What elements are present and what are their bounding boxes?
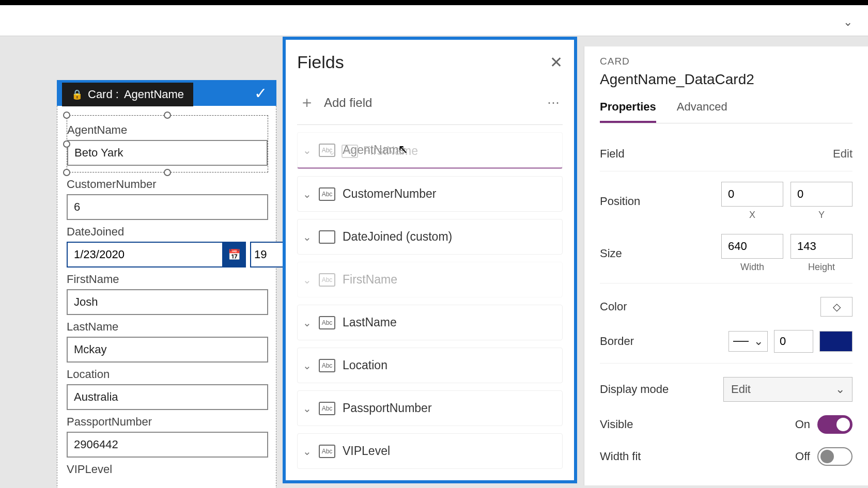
resize-handle[interactable]: [164, 112, 171, 119]
abc-icon: Abc: [319, 402, 335, 415]
field-item-label: PassportNumber: [343, 401, 432, 415]
chevron-down-icon: ⌄: [303, 144, 312, 156]
check-icon[interactable]: ✓: [254, 84, 267, 102]
displaymode-value: Edit: [731, 383, 751, 396]
chevron-down-icon: ⌄: [303, 274, 312, 286]
close-icon[interactable]: ✕: [550, 53, 563, 71]
firstname-label: FirstName: [67, 273, 268, 286]
abc-icon: Abc: [319, 273, 335, 287]
field-item-firstname[interactable]: ⌄ Abc FirstName: [297, 262, 563, 297]
chevron-down-icon: ⌄: [328, 145, 336, 158]
subbar: ⌄: [0, 5, 868, 36]
resize-handle[interactable]: [63, 169, 70, 176]
fields-title-row: Fields ✕: [297, 52, 563, 72]
field-item-lastname[interactable]: ⌄ Abc LastName: [297, 305, 563, 340]
prop-position-label: Position: [600, 195, 640, 208]
field-item-label: LastName: [343, 316, 397, 329]
field-item-label: FirstName: [343, 273, 397, 287]
border-color-swatch[interactable]: [819, 331, 853, 352]
visible-state: On: [795, 418, 810, 431]
date-input[interactable]: [67, 242, 222, 267]
topbar: [0, 0, 868, 5]
card-label-name: AgentName: [124, 88, 184, 101]
lastname-label: LastName: [67, 320, 268, 334]
prop-position-row: Position X Y: [600, 171, 853, 224]
drag-ghost-label: FirstName: [363, 144, 418, 158]
abc-icon: Abc: [319, 316, 335, 329]
card-name: AgentName_DataCard2: [600, 71, 853, 88]
drag-cursor-icon: ↖: [398, 142, 408, 156]
chevron-down-icon: ⌄: [303, 231, 312, 243]
position-y-input[interactable]: [791, 182, 853, 207]
chevron-down-icon: ⌄: [835, 383, 845, 396]
chevron-down-icon: ⌄: [303, 445, 312, 458]
prop-field-row: Field Edit: [600, 137, 853, 171]
field-item-label: Location: [343, 358, 388, 372]
more-icon[interactable]: ⋯: [547, 96, 561, 110]
border-style-select[interactable]: ⌄: [729, 331, 768, 352]
date-box: 📅: [67, 242, 246, 267]
field-item-passportnumber[interactable]: ⌄ Abc PassportNumber: [297, 390, 563, 426]
tab-properties[interactable]: Properties: [600, 100, 656, 123]
field-item-viplevel[interactable]: ⌄ Abc VIPLevel: [297, 433, 563, 469]
border-width-input[interactable]: [774, 330, 813, 353]
prop-color-label: Color: [600, 300, 627, 313]
field-item-label: CustomerNumber: [343, 187, 437, 201]
size-width-input[interactable]: [721, 234, 783, 259]
height-label: Height: [808, 262, 835, 273]
card-label-prefix: Card :: [88, 88, 119, 101]
lastname-input[interactable]: [67, 337, 268, 363]
calendar-icon[interactable]: 📅: [222, 242, 246, 267]
plus-icon: ＋: [299, 92, 315, 113]
widthfit-state: Off: [795, 450, 810, 463]
prop-widthfit-row: Width fit Off: [600, 437, 853, 469]
field-item-agentname[interactable]: ⌄ Abc AgentName ⌄ Abc FirstName: [297, 132, 563, 169]
displaymode-select[interactable]: Edit ⌄: [723, 377, 853, 402]
line-icon: [733, 341, 749, 342]
abc-icon: Abc: [319, 445, 335, 458]
field-item-customernumber[interactable]: ⌄ Abc CustomerNumber: [297, 176, 563, 212]
customernumber-input[interactable]: [67, 194, 268, 220]
abc-icon: Abc: [319, 359, 335, 372]
add-field-button[interactable]: ＋ Add field: [299, 92, 372, 113]
chevron-down-icon: ⌄: [303, 402, 312, 415]
datejoined-row: 📅 ⌄ ⌄: [67, 242, 268, 267]
visible-toggle[interactable]: [817, 415, 853, 434]
y-label: Y: [818, 210, 825, 221]
size-height-input[interactable]: [791, 234, 853, 259]
prop-size-row: Size Width Height: [600, 224, 853, 284]
lock-icon: 🔒: [71, 89, 83, 100]
resize-handle[interactable]: [164, 169, 171, 176]
chevron-down-icon: ⌄: [303, 359, 312, 372]
card-eyebrow: CARD: [600, 56, 853, 67]
selected-datacard[interactable]: AgentName: [67, 115, 268, 172]
abc-icon: Abc: [342, 145, 358, 158]
prop-visible-row: Visible On: [600, 405, 853, 437]
prop-field-label: Field: [600, 147, 625, 161]
resize-handle[interactable]: [63, 140, 70, 148]
chevron-down-icon[interactable]: ⌄: [843, 15, 853, 29]
edit-link[interactable]: Edit: [833, 147, 853, 161]
chevron-down-icon: ⌄: [754, 335, 763, 348]
color-picker[interactable]: ◇: [820, 297, 853, 317]
position-x-input[interactable]: [721, 182, 783, 207]
width-label: Width: [740, 262, 764, 273]
field-item-location[interactable]: ⌄ Abc Location: [297, 348, 563, 383]
passportnumber-input[interactable]: [67, 432, 268, 458]
viplevel-label: VIPLevel: [67, 463, 268, 476]
agentname-input[interactable]: [67, 140, 268, 166]
abc-icon: Abc: [319, 187, 335, 201]
prop-size-label: Size: [600, 247, 622, 260]
fields-title: Fields: [297, 52, 344, 72]
field-item-datejoined[interactable]: ⌄ DateJoined (custom): [297, 219, 563, 255]
location-input[interactable]: [67, 384, 268, 410]
fields-panel: Fields ✕ ＋ Add field ⋯ ⌄ Abc AgentName ⌄…: [283, 37, 577, 483]
firstname-input[interactable]: [67, 289, 268, 315]
resize-handle[interactable]: [63, 112, 70, 119]
tab-advanced[interactable]: Advanced: [677, 100, 727, 123]
prop-border-row: Border ⌄: [600, 320, 853, 364]
widthfit-toggle[interactable]: [817, 447, 853, 466]
add-field-row: ＋ Add field ⋯: [297, 86, 563, 125]
card-label-tab: 🔒 Card : AgentName: [62, 83, 193, 106]
datejoined-label: DateJoined: [67, 225, 268, 239]
